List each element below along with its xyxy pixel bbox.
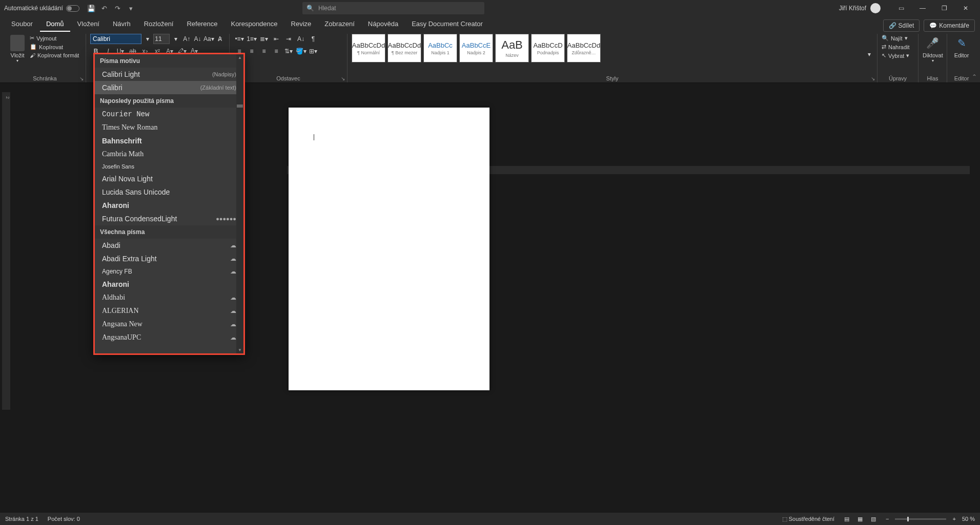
- font-option[interactable]: Calibri(Základní text): [95, 81, 243, 94]
- tab-easy-document-creator[interactable]: Easy Document Creator: [405, 17, 489, 32]
- font-option[interactable]: Arial Nova Light: [95, 172, 243, 185]
- editor-icon[interactable]: ✎: [954, 36, 969, 50]
- grow-font-icon[interactable]: A↑: [182, 34, 192, 44]
- font-option[interactable]: Courier New: [95, 108, 243, 121]
- align-center-icon[interactable]: ≡: [246, 46, 257, 56]
- collapse-ribbon-icon[interactable]: ⌃: [972, 73, 977, 80]
- find-button[interactable]: 🔍 Najít ▾: [882, 34, 914, 43]
- search-box[interactable]: 🔍 Hledat: [302, 2, 484, 14]
- style-tile[interactable]: AaBbCcDPodnadpis: [531, 34, 565, 62]
- decrease-indent-icon[interactable]: ⇤: [271, 34, 282, 44]
- tab-vložení[interactable]: Vložení: [71, 17, 106, 32]
- copy-button[interactable]: 📋Kopírovat: [30, 43, 79, 51]
- style-tile[interactable]: AaBbCcDd¶ Bez mezer: [387, 34, 421, 62]
- tab-zobrazení[interactable]: Zobrazení: [318, 17, 361, 32]
- tab-rozložení[interactable]: Rozložení: [138, 17, 180, 32]
- maximize-icon[interactable]: ❐: [934, 1, 954, 15]
- focus-mode-button[interactable]: ⬚ Soustředěné čtení: [782, 516, 834, 522]
- tab-soubor[interactable]: Soubor: [5, 17, 39, 32]
- font-name-input[interactable]: [90, 34, 141, 44]
- font-option[interactable]: Bahnschrift: [95, 134, 243, 148]
- share-button[interactable]: 🔗 Sdílet: [883, 19, 920, 32]
- numbering-icon[interactable]: 1≡▾: [246, 34, 257, 44]
- font-option[interactable]: Agency FB☁: [95, 265, 243, 278]
- font-option[interactable]: Futura CondensedLight●●●●●●: [95, 212, 243, 225]
- tab-revize[interactable]: Revize: [285, 17, 318, 32]
- font-size-dropdown[interactable]: ▾: [171, 34, 180, 44]
- comments-button[interactable]: 💬 Komentáře: [924, 19, 975, 32]
- font-option[interactable]: Lucida Sans Unicode: [95, 185, 243, 199]
- change-case-icon[interactable]: Aa▾: [203, 34, 214, 44]
- zoom-in-icon[interactable]: +: [952, 516, 955, 522]
- print-layout-icon[interactable]: ▦: [854, 514, 866, 524]
- document-page[interactable]: [289, 108, 489, 390]
- scroll-thumb[interactable]: [237, 104, 243, 108]
- style-tile[interactable]: AaBNázev: [495, 34, 529, 62]
- dropdown-scrollbar[interactable]: ▲ ▼: [236, 54, 243, 353]
- increase-indent-icon[interactable]: ⇥: [283, 34, 294, 44]
- font-option[interactable]: Times New Roman: [95, 121, 243, 134]
- tab-domů[interactable]: Domů: [40, 17, 70, 32]
- style-tile[interactable]: AaBbCcENadpis 2: [459, 34, 493, 62]
- line-spacing-icon[interactable]: ⇅▾: [283, 46, 294, 56]
- borders-icon[interactable]: ⊞▾: [308, 46, 319, 56]
- tab-reference[interactable]: Reference: [180, 17, 223, 32]
- dialog-launcher-icon[interactable]: ↘: [871, 76, 875, 81]
- word-count[interactable]: Počet slov: 0: [48, 516, 80, 522]
- justify-icon[interactable]: ≡: [271, 46, 282, 56]
- font-option[interactable]: Abadi☁: [95, 239, 243, 252]
- font-option[interactable]: AngsanaUPC☁: [95, 331, 243, 344]
- styles-expand-icon[interactable]: ▾: [864, 49, 875, 59]
- page-indicator[interactable]: Stránka 1 z 1: [5, 516, 38, 522]
- scroll-down-icon[interactable]: ▼: [238, 348, 242, 352]
- font-dropdown-button[interactable]: ▾: [142, 34, 152, 44]
- zoom-out-icon[interactable]: −: [886, 516, 889, 522]
- web-layout-icon[interactable]: ▧: [867, 514, 880, 524]
- read-mode-icon[interactable]: ▤: [841, 514, 853, 524]
- cut-button[interactable]: ✂Vyjmout: [30, 34, 79, 43]
- style-tile[interactable]: AaBbCcDd¶ Normální: [352, 34, 385, 62]
- bullets-icon[interactable]: •≡▾: [234, 34, 245, 44]
- font-option[interactable]: Aharoni: [95, 278, 243, 291]
- font-option[interactable]: Calibri Light(Nadpisy): [95, 68, 243, 81]
- scroll-up-icon[interactable]: ▲: [238, 55, 242, 60]
- autosave-toggle[interactable]: Automatické ukládání: [4, 5, 79, 12]
- undo-icon[interactable]: ↶: [100, 4, 109, 13]
- font-option[interactable]: Cambria Math: [95, 148, 243, 161]
- replace-button[interactable]: ⇄ Nahradit: [882, 43, 914, 51]
- zoom-slider[interactable]: [895, 518, 946, 520]
- style-tile[interactable]: AaBbCcNadpis 1: [423, 34, 457, 62]
- tab-nápověda[interactable]: Nápověda: [362, 17, 404, 32]
- shrink-font-icon[interactable]: A↓: [193, 34, 202, 44]
- dictate-icon[interactable]: 🎤: [926, 36, 940, 50]
- vertical-ruler[interactable]: 2468101214161820222426: [2, 92, 10, 410]
- paste-button[interactable]: Vložit ▾: [8, 34, 27, 63]
- font-option[interactable]: Josefin Sans: [95, 161, 243, 172]
- font-option[interactable]: ALGERIAN☁: [95, 304, 243, 318]
- redo-icon[interactable]: ↷: [113, 4, 122, 13]
- ribbon-display-icon[interactable]: ▭: [891, 1, 911, 15]
- sort-icon[interactable]: A↓: [295, 34, 307, 44]
- select-button[interactable]: ↖ Vybrat ▾: [882, 51, 914, 60]
- avatar-icon[interactable]: [870, 3, 881, 13]
- multilevel-icon[interactable]: ≣▾: [258, 34, 270, 44]
- shading-icon[interactable]: 🪣▾: [295, 46, 307, 56]
- tab-korespondence[interactable]: Korespondence: [224, 17, 283, 32]
- font-size-input[interactable]: [153, 34, 170, 44]
- customize-qat-icon[interactable]: ▾: [127, 4, 136, 13]
- font-option[interactable]: Aharoni: [95, 199, 243, 212]
- align-right-icon[interactable]: ≡: [258, 46, 270, 56]
- clear-format-icon[interactable]: A̷: [215, 34, 225, 44]
- font-option[interactable]: Aldhabi☁: [95, 291, 243, 304]
- close-icon[interactable]: ✕: [955, 1, 976, 15]
- dialog-launcher-icon[interactable]: ↘: [79, 76, 84, 81]
- style-tile[interactable]: AaBbCcDdZdůrazně…: [567, 34, 601, 62]
- tab-návrh[interactable]: Návrh: [107, 17, 137, 32]
- save-icon[interactable]: 💾: [87, 4, 96, 13]
- minimize-icon[interactable]: —: [912, 1, 933, 15]
- show-marks-icon[interactable]: ¶: [308, 34, 319, 44]
- format-painter-button[interactable]: 🖌Kopírovat formát: [30, 51, 79, 59]
- zoom-level[interactable]: 50 %: [962, 516, 975, 522]
- font-option[interactable]: Abadi Extra Light☁: [95, 252, 243, 265]
- dialog-launcher-icon[interactable]: ↘: [341, 76, 345, 81]
